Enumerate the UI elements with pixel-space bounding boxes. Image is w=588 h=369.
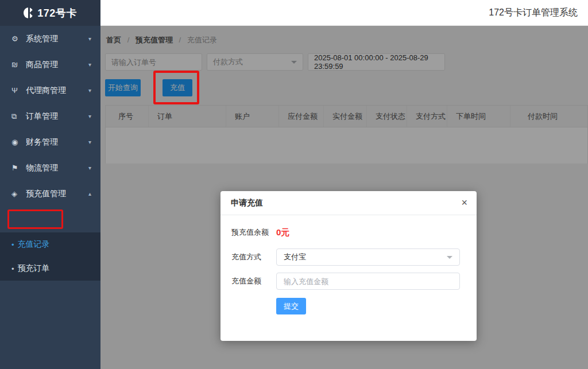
finance-lock-icon: ◉ xyxy=(11,138,26,146)
sidebar-item-finance[interactable]: ◉ 财务管理 ▾ xyxy=(0,129,100,155)
method-label: 充值方式 xyxy=(231,252,276,262)
sidebar-item-goods[interactable]: ₪ 商品管理 ▾ xyxy=(0,52,100,77)
sidebar-item-prepaid-order[interactable]: • 预充订单 xyxy=(0,257,100,281)
sidebar-item-prepaid[interactable]: ◈ 预充值管理 ▴ xyxy=(0,181,100,207)
recharge-method-select[interactable]: 支付宝 xyxy=(276,248,460,266)
system-title: 172号卡订单管理系统 xyxy=(489,7,578,19)
bookmark-icon: ⚑ xyxy=(11,164,26,172)
method-row: 充值方式 支付宝 xyxy=(231,248,460,266)
chevron-up-icon: ▴ xyxy=(88,191,91,197)
sidebar-item-orders[interactable]: ⧉ 订单管理 ▾ xyxy=(0,103,100,129)
chevron-down-icon: ▾ xyxy=(88,113,91,119)
orders-icon: ⧉ xyxy=(11,112,26,121)
modal-header: 申请充值 × xyxy=(220,191,477,215)
recharge-modal: 申请充值 × 预充值余额 0元 充值方式 支付宝 充值金额 提交 xyxy=(220,191,477,341)
recharge-amount-input[interactable] xyxy=(276,273,460,290)
sidebar-item-recharge-record[interactable]: • 充值记录 xyxy=(0,232,100,257)
bullet-icon: • xyxy=(11,265,14,273)
agents-icon: Ψ xyxy=(11,86,26,95)
bullet-icon: • xyxy=(11,240,14,249)
amount-label: 充值金额 xyxy=(231,276,276,286)
sidebar-item-agents[interactable]: Ψ 代理商管理 ▾ xyxy=(0,77,100,103)
chevron-down-icon: ▾ xyxy=(88,87,91,94)
chevron-down-icon: ▾ xyxy=(88,36,91,42)
balance-value: 0元 xyxy=(276,227,289,238)
chevron-down-icon: ▾ xyxy=(88,165,91,171)
close-icon[interactable]: × xyxy=(461,197,467,208)
goods-icon: ₪ xyxy=(11,60,26,69)
app-window: 172号卡 172号卡订单管理系统 ⚙ 系统管理 ▾ ₪ 商品管理 ▾ Ψ 代理… xyxy=(0,0,588,369)
gear-icon: ⚙ xyxy=(11,34,26,43)
chevron-down-icon: ▾ xyxy=(88,139,91,145)
modal-title: 申请充值 xyxy=(231,198,263,208)
sidebar-item-system[interactable]: ⚙ 系统管理 ▾ xyxy=(0,26,100,52)
balance-label: 预充值余额 xyxy=(231,227,276,238)
balance-row: 预充值余额 0元 xyxy=(231,226,460,239)
amount-row: 充值金额 xyxy=(231,273,460,290)
chevron-down-icon: ▾ xyxy=(88,61,91,68)
logo-text: 172号卡 xyxy=(37,6,77,20)
submit-button[interactable]: 提交 xyxy=(276,298,306,314)
logo-icon xyxy=(24,7,33,18)
chevron-down-icon xyxy=(447,256,452,259)
sidebar-nav: ⚙ 系统管理 ▾ ₪ 商品管理 ▾ Ψ 代理商管理 ▾ ⧉ 订单管理 ▾ ◉ 财… xyxy=(0,26,100,369)
tag-icon: ◈ xyxy=(11,189,26,198)
sidebar-item-logistics[interactable]: ⚑ 物流管理 ▾ xyxy=(0,155,100,181)
sidebar-submenu-prepaid: • 充值记录 • 预充订单 xyxy=(0,232,100,281)
logo-bar: 172号卡 xyxy=(0,0,100,26)
top-header: 172号卡订单管理系统 xyxy=(100,0,588,26)
